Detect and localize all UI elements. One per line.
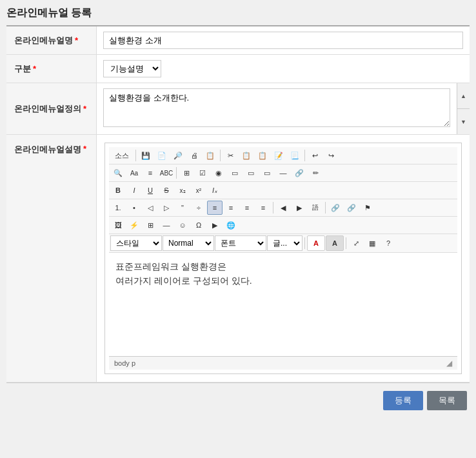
outdent-btn[interactable]: ◁ (143, 201, 158, 215)
radio-btn[interactable]: ◉ (211, 166, 226, 180)
selectall-btn[interactable]: ≡ (143, 166, 158, 180)
name-input[interactable] (103, 32, 463, 49)
sep8 (346, 237, 346, 249)
editor-container: 소스 💾 📄 🔎 🖨 📋 ✂ 📋 📋 📝 📃 (104, 143, 462, 374)
name-value-cell (97, 26, 470, 54)
blockquote-btn[interactable]: " (175, 201, 190, 215)
category-select[interactable]: 기능설명 사용설명 기타 (103, 60, 161, 77)
print-btn[interactable]: 🖨 (186, 148, 202, 163)
toolbar-row-1: 소스 💾 📄 🔎 🖨 📋 ✂ 📋 📋 📝 📃 (109, 147, 457, 164)
rtl-btn[interactable]: ▶ (292, 201, 307, 215)
category-row: 구분 * 기능설명 사용설명 기타 (6, 55, 470, 83)
strikethrough-btn[interactable]: S (159, 183, 174, 197)
ltr-btn[interactable]: ◀ (275, 201, 291, 215)
definition-label: 온라인메뉴얼정의 * (6, 83, 97, 134)
style-select[interactable]: 스타일 (110, 235, 162, 251)
unlink-btn[interactable]: 🔗 (344, 201, 359, 215)
cut-btn[interactable]: ✂ (223, 148, 238, 163)
underline-btn[interactable]: U (143, 183, 158, 197)
sep6 (325, 202, 326, 214)
flash-btn[interactable]: ⚡ (126, 218, 142, 232)
ol-btn[interactable]: 1. (110, 201, 126, 215)
justify-btn[interactable]: ≡ (255, 201, 271, 215)
font-color-btn[interactable]: A (307, 235, 325, 251)
toolbar-row-4: 1. • ◁ ▷ " ÷ ≡ ≡ ≡ ≡ ◀ ▶ 語 (109, 199, 457, 217)
list-btn[interactable]: 목록 (427, 391, 467, 410)
sep4 (176, 167, 177, 179)
superscript-btn[interactable]: x² (191, 183, 206, 197)
hline-btn[interactable]: — (275, 166, 291, 180)
blocks-btn[interactable]: ▦ (364, 236, 380, 250)
category-label: 구분 * (6, 55, 97, 83)
find-btn[interactable]: 🔎 (170, 148, 186, 163)
lang-btn[interactable]: 語 (308, 201, 323, 215)
redo-btn[interactable]: ↪ (323, 148, 339, 163)
name-label: 온라인메뉴얼명 * (6, 26, 97, 54)
definition-scroll: ▲ ▼ (457, 83, 470, 134)
replace-btn[interactable]: Aa (126, 166, 142, 180)
definition-textarea[interactable]: 실행환경을 소개한다. (103, 88, 450, 127)
new-btn[interactable]: 📄 (154, 148, 170, 163)
paste-word-btn[interactable]: 📃 (287, 148, 302, 163)
size-select[interactable]: 글... (267, 235, 302, 251)
undo-btn[interactable]: ↩ (307, 148, 322, 163)
register-btn[interactable]: 등록 (383, 391, 423, 410)
description-row: 온라인메뉴얼설명 * 소스 💾 📄 🔎 🖨 📋 ✂ (6, 135, 470, 383)
paste-btn[interactable]: 📋 (255, 148, 270, 163)
subscript-btn[interactable]: x₂ (175, 183, 190, 197)
form-table: 온라인메뉴얼명 * 구분 * 기능설명 사용설명 기타 (6, 25, 470, 383)
hyperlink-btn[interactable]: 🔗 (328, 201, 343, 215)
indent-btn[interactable]: ▷ (159, 201, 174, 215)
anchor-btn[interactable]: ⚑ (360, 201, 375, 215)
paste-text-btn[interactable]: 📝 (271, 148, 286, 163)
ul-btn[interactable]: • (126, 201, 142, 215)
toolbar-row-5: 🖼 ⚡ ⊞ — ☺ Ω ▶ 🌐 (109, 217, 457, 234)
edit-btn[interactable]: ✏ (308, 166, 323, 180)
link-btn[interactable]: 🔗 (292, 166, 307, 180)
format-bar: 스타일 Normal 폰트 글... A A (109, 234, 457, 253)
font-select[interactable]: 폰트 (215, 235, 266, 251)
indent2-btn[interactable]: ▶ (207, 218, 223, 232)
definition-required: * (83, 104, 86, 114)
editor-content[interactable]: 표준프레임워크 실행환경은 여러가지 레이어로 구성되어 있다. (109, 253, 457, 356)
scroll-up-btn[interactable]: ▲ (457, 83, 470, 109)
template-btn[interactable]: 📋 (203, 148, 218, 163)
page-btn[interactable]: 🌐 (223, 218, 239, 232)
table2-btn[interactable]: ⊞ (143, 218, 158, 232)
remove-format-btn[interactable]: Iₓ (207, 183, 223, 197)
help-btn[interactable]: ? (381, 236, 396, 250)
italic-btn[interactable]: I (126, 183, 142, 197)
sep2 (220, 150, 221, 161)
image-btn[interactable]: 🖼 (110, 218, 126, 232)
copy-btn[interactable]: 📋 (239, 148, 254, 163)
bg-color-btn[interactable]: A (326, 235, 344, 251)
definition-value-cell: 실행환경을 소개한다. ▲ ▼ (97, 83, 470, 134)
save-btn[interactable]: 💾 (138, 148, 154, 163)
name-required: * (75, 35, 78, 45)
checkbox-btn[interactable]: ☑ (195, 166, 210, 180)
special-btn[interactable]: Ω (191, 218, 206, 232)
definition-inner: 실행환경을 소개한다. (97, 83, 470, 134)
scroll-down-btn[interactable]: ▼ (457, 109, 470, 134)
align-center-btn[interactable]: ≡ (223, 201, 239, 215)
bold-btn[interactable]: B (110, 183, 126, 197)
content-line1: 표준프레임워크 실행환경은 (115, 259, 451, 274)
normal-select[interactable]: Normal (163, 235, 214, 251)
resize-handle[interactable]: ◢ (446, 359, 452, 368)
rect3-btn[interactable]: ▭ (259, 166, 275, 180)
find2-btn[interactable]: 🔍 (110, 166, 126, 180)
rect-btn[interactable]: ▭ (227, 166, 243, 180)
description-editor-cell: 소스 💾 📄 🔎 🖨 📋 ✂ 📋 📋 📝 📃 (97, 135, 470, 382)
table-btn[interactable]: ⊞ (179, 166, 194, 180)
align-left-btn[interactable]: ≡ (207, 201, 223, 215)
maximize-btn[interactable]: ⤢ (348, 236, 364, 250)
divider-btn[interactable]: ÷ (191, 201, 206, 215)
rect2-btn[interactable]: ▭ (243, 166, 259, 180)
source-btn[interactable]: 소스 (110, 148, 134, 163)
emoji-btn[interactable]: ☺ (175, 218, 190, 232)
spellcheck-btn[interactable]: ABC (159, 166, 174, 180)
sep7 (304, 237, 305, 249)
align-right-btn[interactable]: ≡ (239, 201, 255, 215)
hline2-btn[interactable]: — (159, 218, 174, 232)
sep3 (304, 150, 305, 161)
